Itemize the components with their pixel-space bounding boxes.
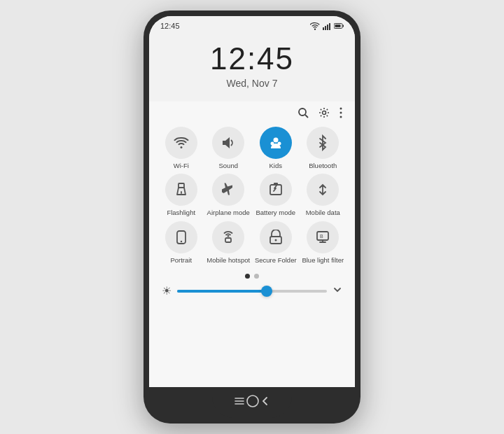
tile-portrait-label: Portrait: [170, 256, 192, 264]
tile-airplane[interactable]: Airplane mode: [206, 174, 251, 216]
tile-airplane-icon-wrap: [212, 174, 244, 206]
page-dot-1[interactable]: [245, 274, 250, 279]
tile-bluetooth[interactable]: Bluetooth: [301, 127, 346, 169]
brightness-icon: ☀: [162, 284, 172, 298]
page-dot-2[interactable]: [254, 274, 259, 279]
svg-text:B: B: [320, 234, 323, 239]
nav-bar: [212, 387, 292, 418]
tile-wifi-icon-wrap: [165, 127, 197, 159]
svg-marker-13: [223, 137, 230, 148]
qp-toolbar: [159, 106, 345, 127]
tile-battery[interactable]: Battery mode: [253, 174, 298, 216]
quick-panel: Wi-Fi Sound: [149, 102, 355, 387]
status-bar: 12:45: [149, 16, 355, 33]
tile-battery-label: Battery mode: [256, 209, 296, 216]
brightness-expand-icon[interactable]: [332, 285, 342, 297]
tile-flashlight-label: Flashlight: [167, 209, 195, 216]
svg-rect-5: [343, 25, 344, 27]
status-icons: [310, 22, 344, 30]
nav-home-icon[interactable]: [246, 394, 260, 412]
tile-mobiledata-label: Mobile data: [306, 209, 340, 216]
tile-battery-icon-wrap: [260, 174, 292, 206]
status-time: 12:45: [160, 22, 180, 30]
tile-bluelight-icon-wrap: B: [307, 221, 339, 253]
brightness-fill: [177, 290, 267, 293]
more-icon[interactable]: [340, 107, 342, 121]
tile-kids-icon-wrap: [260, 127, 292, 159]
svg-point-16: [277, 142, 281, 146]
svg-rect-0: [323, 27, 324, 30]
tile-flashlight-icon-wrap: [165, 174, 197, 206]
tile-securefolder-icon-wrap: [260, 221, 292, 253]
battery-status-icon: [334, 22, 344, 29]
svg-rect-20: [274, 183, 278, 185]
svg-point-24: [227, 234, 230, 237]
tile-mobiledata[interactable]: Mobile data: [301, 174, 346, 216]
svg-line-8: [305, 115, 308, 118]
svg-point-12: [340, 116, 342, 118]
svg-point-26: [274, 239, 276, 241]
tile-kids-label: Kids: [270, 162, 282, 169]
tile-mobiledata-icon-wrap: [307, 174, 339, 206]
nav-recents-icon[interactable]: [233, 395, 246, 411]
search-icon[interactable]: [298, 107, 309, 121]
clock-time: 12:45: [149, 41, 355, 76]
brightness-row: ☀: [159, 281, 345, 302]
tile-wifi-label: Wi-Fi: [174, 162, 189, 169]
svg-point-10: [340, 108, 342, 110]
tile-sound-icon-wrap: [212, 127, 244, 159]
clock-date: Wed, Nov 7: [149, 78, 355, 89]
svg-rect-6: [335, 24, 341, 27]
tile-hotspot-icon-wrap: [212, 221, 244, 253]
tile-flashlight[interactable]: Flashlight: [159, 174, 204, 216]
tile-securefolder[interactable]: Secure Folder: [253, 221, 298, 264]
tile-portrait-icon-wrap: [165, 221, 197, 253]
svg-rect-3: [329, 23, 330, 30]
svg-point-34: [247, 396, 258, 407]
clock-area: 12:45 Wed, Nov 7: [149, 33, 355, 102]
tile-securefolder-label: Secure Folder: [255, 256, 297, 264]
tile-portrait[interactable]: Portrait: [159, 221, 204, 264]
phone-device: 12:45: [144, 10, 360, 424]
signal-status-icon: [323, 22, 331, 30]
svg-point-11: [340, 112, 342, 114]
tile-wifi[interactable]: Wi-Fi: [159, 127, 204, 169]
tile-sound[interactable]: Sound: [206, 127, 251, 169]
svg-rect-23: [225, 238, 231, 242]
svg-rect-2: [327, 24, 328, 30]
brightness-thumb[interactable]: [261, 286, 272, 297]
tile-bluetooth-label: Bluetooth: [309, 162, 337, 169]
page-dots: [159, 274, 345, 279]
settings-icon[interactable]: [318, 107, 330, 121]
tile-hotspot[interactable]: Mobile hotspot: [206, 221, 251, 264]
quick-tiles-grid: Wi-Fi Sound: [159, 127, 345, 264]
nav-back-icon[interactable]: [260, 396, 271, 410]
svg-point-15: [270, 142, 274, 146]
tile-bluelight-label: Blue light filter: [302, 256, 344, 264]
tile-hotspot-label: Mobile hotspot: [206, 256, 250, 264]
brightness-track[interactable]: [177, 290, 327, 293]
tile-kids[interactable]: Kids: [253, 127, 298, 169]
phone-screen: 12:45: [149, 16, 355, 387]
svg-point-9: [323, 111, 326, 115]
wifi-status-icon: [310, 22, 320, 30]
svg-point-7: [299, 108, 306, 115]
tile-bluelight[interactable]: B Blue light filter: [301, 221, 346, 264]
svg-point-14: [273, 138, 278, 143]
tile-sound-label: Sound: [219, 162, 238, 169]
tile-airplane-label: Airplane mode: [207, 209, 250, 216]
tile-bluetooth-icon-wrap: [307, 127, 339, 159]
svg-rect-1: [325, 26, 326, 30]
